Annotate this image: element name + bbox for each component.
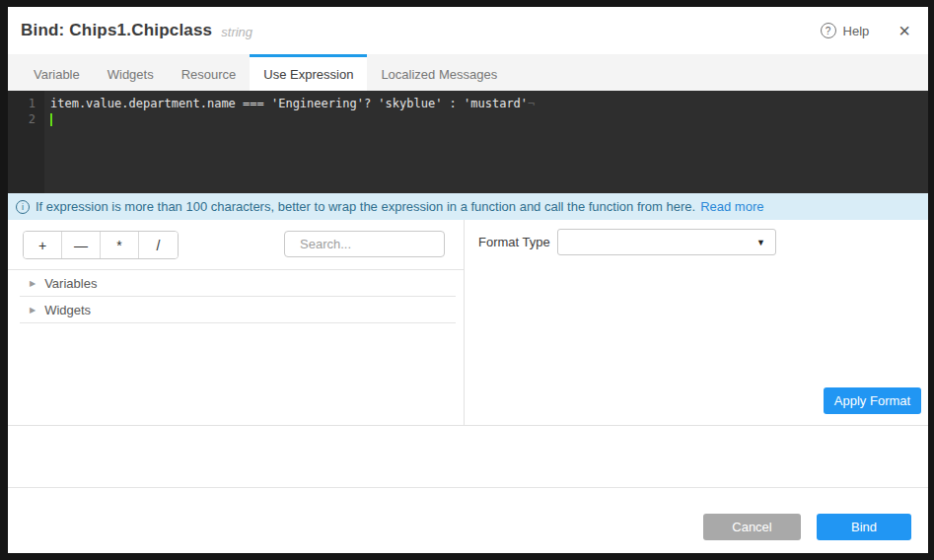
tab-resource[interactable]: Resource (168, 54, 251, 91)
main-panels: + — * / ▶ Variables ▶ (8, 220, 928, 426)
chevron-down-icon: ▼ (756, 238, 765, 247)
tab-bar: Variable Widgets Resource Use Expression… (8, 54, 928, 91)
code-line-2[interactable] (50, 111, 928, 127)
info-bar: i If expression is more than 100 charact… (8, 193, 928, 220)
type-badge: string (221, 22, 252, 39)
tab-localized-messages[interactable]: Localized Messages (367, 54, 511, 91)
footer: Cancel Bind (8, 487, 928, 553)
tab-widgets[interactable]: Widgets (94, 54, 168, 91)
chevron-right-icon[interactable]: ▶ (30, 279, 36, 288)
tree-item-label: Widgets (44, 303, 91, 317)
operator-minus-button[interactable]: — (62, 232, 101, 258)
page-title: Bind: Chips1.Chipclass (21, 21, 212, 40)
help-label: Help (843, 24, 870, 38)
line-number: 2 (8, 111, 44, 127)
apply-format-button[interactable]: Apply Format (824, 387, 921, 414)
code-line-1[interactable]: item.value.department.name === 'Engineer… (50, 96, 928, 111)
bind-dialog: Bind: Chips1.Chipclass string ? Help × V… (8, 7, 928, 553)
chevron-right-icon[interactable]: ▶ (30, 306, 36, 315)
format-panel: Format Type ▼ Apply Format (465, 220, 928, 425)
binding-tree: ▶ Variables ▶ Widgets (8, 269, 464, 323)
operator-button-group: + — * / (23, 231, 179, 259)
operator-divide-button[interactable]: / (139, 232, 178, 258)
close-icon[interactable]: × (898, 21, 910, 40)
cancel-button[interactable]: Cancel (703, 514, 801, 540)
tree-item-label: Variables (44, 276, 97, 291)
search-box (284, 231, 445, 257)
tab-variable[interactable]: Variable (20, 54, 94, 91)
bind-button[interactable]: Bind (817, 514, 911, 540)
text-cursor (50, 113, 52, 126)
search-input[interactable] (300, 237, 473, 251)
line-number: 1 (8, 96, 44, 111)
help-icon: ? (821, 23, 836, 38)
tab-use-expression[interactable]: Use Expression (250, 54, 367, 91)
info-message: If expression is more than 100 character… (36, 199, 695, 214)
expression-text: item.value.department.name === 'Engineer… (50, 97, 528, 110)
editor-gutter: 1 2 (8, 91, 44, 193)
code-area[interactable]: item.value.department.name === 'Engineer… (44, 91, 928, 193)
operator-multiply-button[interactable]: * (101, 232, 139, 258)
expression-editor[interactable]: 1 2 item.value.department.name === 'Engi… (8, 91, 928, 193)
info-icon: i (16, 200, 30, 214)
operator-plus-button[interactable]: + (24, 232, 62, 258)
read-more-link[interactable]: Read more (700, 199, 763, 214)
eol-marker-icon: ¬ (528, 97, 535, 110)
format-type-label: Format Type (478, 235, 557, 249)
title-bar: Bind: Chips1.Chipclass string ? Help × (8, 7, 928, 54)
tree-item-widgets[interactable]: ▶ Widgets (8, 297, 464, 322)
format-type-row: Format Type ▼ (478, 229, 776, 255)
divider (20, 322, 456, 323)
tree-item-variables[interactable]: ▶ Variables (8, 270, 464, 296)
expression-helper-panel: + — * / ▶ Variables ▶ (8, 220, 465, 425)
format-type-select[interactable]: ▼ (557, 229, 776, 255)
help-button[interactable]: ? Help (821, 23, 870, 38)
